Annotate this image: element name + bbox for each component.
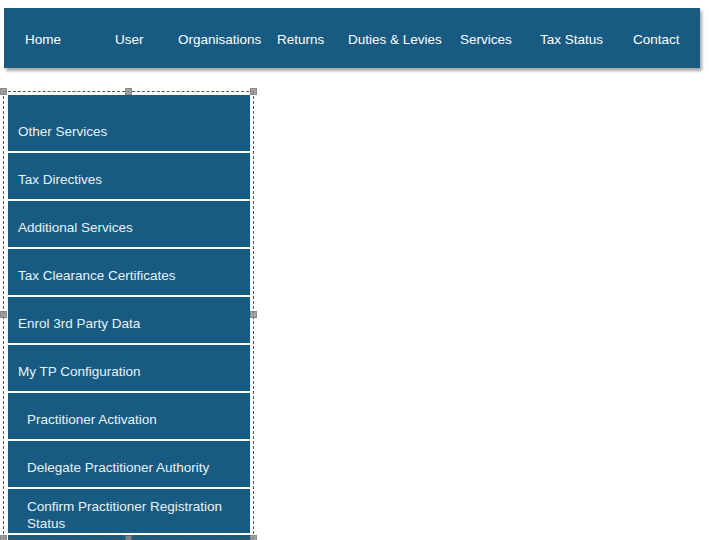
nav-item-services[interactable]: Services — [460, 32, 512, 48]
top-navigation-bar: Home User Organisations Returns Duties &… — [4, 8, 700, 68]
selection-handle-bottom-left[interactable] — [0, 535, 7, 540]
nav-item-user[interactable]: User — [115, 32, 144, 48]
nav-item-home[interactable]: Home — [25, 32, 61, 48]
selection-handle-top-center[interactable] — [125, 88, 132, 95]
selection-handle-bottom-center[interactable] — [125, 535, 132, 540]
selection-handle-bottom-right[interactable] — [250, 535, 257, 540]
nav-item-contact[interactable]: Contact — [633, 32, 680, 48]
selection-handle-top-right[interactable] — [250, 88, 257, 95]
nav-item-duties-levies[interactable]: Duties & Levies — [348, 32, 442, 48]
nav-item-returns[interactable]: Returns — [277, 32, 324, 48]
selection-handle-top-left[interactable] — [0, 88, 7, 95]
selection-handle-middle-right[interactable] — [250, 311, 257, 318]
nav-item-organisations[interactable]: Organisations — [178, 32, 261, 48]
selection-handle-middle-left[interactable] — [0, 311, 7, 318]
selection-marquee[interactable] — [3, 91, 254, 539]
nav-item-tax-status[interactable]: Tax Status — [540, 32, 603, 48]
